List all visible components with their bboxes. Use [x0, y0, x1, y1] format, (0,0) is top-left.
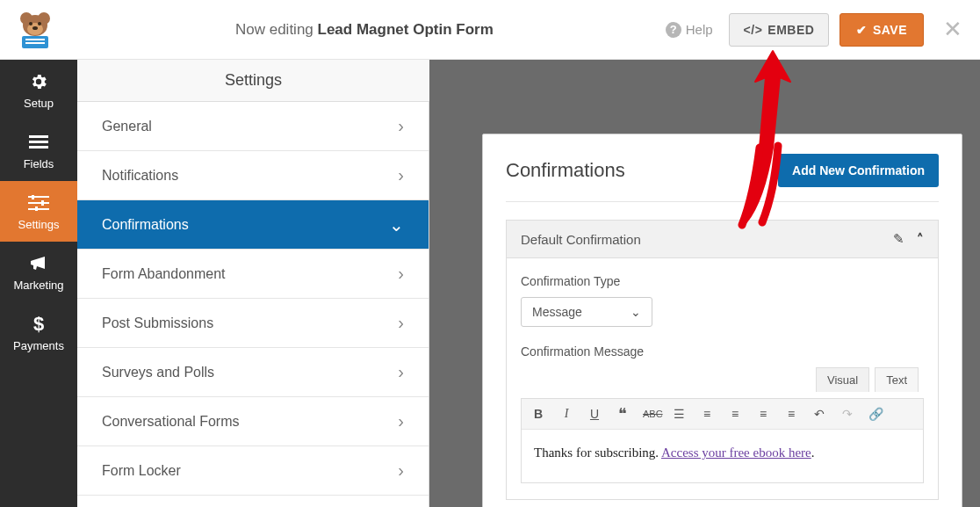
main-content: Confirmations Add New Confirmation Defau…	[429, 102, 980, 507]
bold-icon[interactable]: B	[530, 407, 546, 421]
confirmation-block-header[interactable]: Default Confirmation ✎ ˄	[507, 221, 938, 258]
link-icon[interactable]: 🔗	[868, 407, 883, 421]
chevron-down-icon: ⌄	[631, 305, 641, 319]
settings-row-label: Post Submissions	[102, 315, 213, 331]
bullhorn-icon	[29, 254, 48, 273]
settings-row-label: Surveys and Polls	[102, 365, 214, 380]
check-icon: ✔	[856, 23, 868, 37]
chevron-right-icon: ›	[398, 264, 404, 284]
svg-rect-15	[28, 202, 49, 204]
settings-submenu: General › Notifications › Confirmations …	[77, 102, 429, 507]
align-right-icon[interactable]: ≡	[783, 407, 799, 421]
settings-row-general[interactable]: General ›	[77, 102, 429, 151]
sidebar-item-marketing[interactable]: Marketing	[0, 242, 77, 302]
confirmation-block: Default Confirmation ✎ ˄ Confirmation Ty…	[506, 220, 939, 500]
editor-content[interactable]: Thanks for subscribing. Access your free…	[522, 430, 923, 482]
panel-title-extension	[429, 60, 980, 102]
save-label: SAVE	[873, 23, 907, 37]
wpforms-logo	[7, 7, 63, 53]
chevron-right-icon: ›	[398, 460, 404, 481]
settings-row-label: Conversational Forms	[102, 414, 240, 430]
sidebar-label: Settings	[18, 218, 60, 231]
top-header: Now editing Lead Magnet Optin Form ? Hel…	[0, 0, 980, 60]
settings-row-form-abandonment[interactable]: Form Abandonment ›	[77, 250, 429, 299]
svg-point-6	[32, 26, 38, 30]
chevron-down-icon: ⌄	[389, 214, 404, 235]
embed-button[interactable]: </> EMBED	[729, 13, 830, 47]
settings-row-confirmations[interactable]: Confirmations ⌄	[77, 200, 429, 250]
underline-icon[interactable]: U	[587, 407, 602, 421]
svg-point-4	[29, 22, 32, 25]
chevron-right-icon: ›	[398, 411, 404, 431]
svg-rect-17	[28, 208, 49, 210]
icon-sidebar: Setup Fields Settings Marketing $ Paymen…	[0, 60, 77, 507]
editor-tabs: Visual Text	[521, 367, 924, 392]
sidebar-item-setup[interactable]: Setup	[0, 60, 77, 120]
confirmations-card: Confirmations Add New Confirmation Defau…	[482, 134, 962, 507]
svg-point-5	[38, 22, 41, 25]
close-icon[interactable]: ✕	[943, 16, 962, 43]
align-center-icon[interactable]: ≡	[755, 407, 771, 421]
settings-row-label: Notifications	[102, 168, 178, 184]
svg-rect-18	[35, 206, 38, 211]
svg-rect-13	[28, 196, 49, 198]
sidebar-label: Marketing	[13, 279, 63, 292]
redo-icon[interactable]: ↷	[839, 407, 855, 421]
confirmation-title: Default Confirmation	[521, 232, 881, 247]
sidebar-item-fields[interactable]: Fields	[0, 120, 77, 181]
list-icon	[29, 133, 48, 152]
sidebar-item-settings[interactable]: Settings	[0, 181, 77, 242]
help-icon: ?	[666, 22, 681, 38]
message-suffix: .	[811, 445, 815, 460]
save-button[interactable]: ✔ SAVE	[839, 13, 924, 47]
numbered-list-icon[interactable]: ≡	[699, 407, 715, 421]
editor-toolbar: B I U ❝ ABC ☰ ≡ ≡ ≡ ≡ ↶ ↷ 🔗	[522, 399, 923, 430]
form-name: Lead Magnet Optin Form	[318, 21, 494, 38]
blockquote-icon[interactable]: ❝	[615, 404, 631, 424]
tab-text[interactable]: Text	[875, 367, 919, 392]
panel-title-text: Settings	[225, 71, 282, 90]
svg-rect-8	[25, 39, 45, 40]
confirmation-type-label: Confirmation Type	[521, 274, 924, 288]
settings-row-post-submissions[interactable]: Post Submissions ›	[77, 299, 429, 348]
chevron-right-icon: ›	[398, 165, 404, 185]
settings-row-notifications[interactable]: Notifications ›	[77, 151, 429, 200]
undo-icon[interactable]: ↶	[811, 407, 827, 421]
confirmation-type-select[interactable]: Message ⌄	[521, 297, 652, 327]
embed-label: EMBED	[767, 23, 814, 37]
sidebar-label: Fields	[24, 157, 54, 170]
italic-icon[interactable]: I	[558, 407, 574, 421]
help-link[interactable]: ? Help	[666, 22, 713, 38]
settings-row-label: Form Abandonment	[102, 266, 226, 282]
confirmation-body: Confirmation Type Message ⌄ Confirmation…	[507, 258, 938, 499]
align-left-icon[interactable]: ≡	[727, 407, 743, 421]
chevron-up-icon[interactable]: ˄	[917, 231, 924, 247]
pencil-icon[interactable]: ✎	[893, 231, 904, 247]
svg-rect-16	[41, 200, 44, 206]
svg-rect-12	[29, 146, 48, 148]
settings-row-label: Confirmations	[102, 217, 189, 233]
settings-row-label: General	[102, 119, 152, 134]
editing-prefix: Now editing	[235, 21, 313, 38]
select-value: Message	[532, 305, 582, 319]
panel-title: Settings	[77, 60, 429, 102]
settings-row-form-locker[interactable]: Form Locker ›	[77, 446, 429, 496]
confirmations-heading: Confirmations	[506, 159, 625, 182]
tab-visual[interactable]: Visual	[816, 367, 869, 392]
settings-row-surveys-and-polls[interactable]: Surveys and Polls ›	[77, 348, 429, 397]
add-confirmation-button[interactable]: Add New Confirmation	[778, 154, 939, 187]
card-header: Confirmations Add New Confirmation	[506, 154, 939, 202]
gear-icon	[29, 72, 48, 91]
settings-row-conversational-forms[interactable]: Conversational Forms ›	[77, 397, 429, 446]
sidebar-label: Setup	[24, 97, 54, 110]
sidebar-label: Payments	[13, 339, 64, 352]
sidebar-item-payments[interactable]: $ Payments	[0, 302, 77, 363]
message-link[interactable]: Access your free ebook here	[661, 445, 811, 460]
settings-row-label: Form Locker	[102, 463, 181, 479]
editing-label: Now editing Lead Magnet Optin Form	[63, 21, 666, 39]
svg-rect-14	[32, 195, 34, 199]
wysiwyg-editor: B I U ❝ ABC ☰ ≡ ≡ ≡ ≡ ↶ ↷ 🔗	[521, 398, 924, 483]
strikethrough-icon[interactable]: ABC	[643, 409, 659, 419]
svg-rect-9	[25, 42, 45, 44]
bullet-list-icon[interactable]: ☰	[671, 407, 687, 421]
